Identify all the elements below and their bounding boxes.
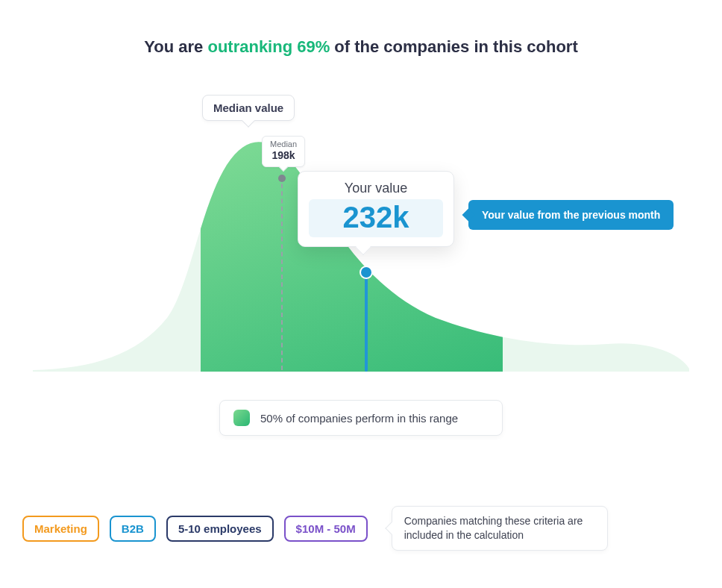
headline-suffix: of the companies in this cohort <box>330 37 577 56</box>
median-line <box>281 176 283 370</box>
median-small-tooltip: Median 198k <box>262 136 305 167</box>
median-value-chip: Median value <box>202 95 295 121</box>
legend-swatch <box>233 410 250 426</box>
criteria-pill-employees[interactable]: 5-10 employees <box>166 516 274 542</box>
distribution-chart: Median value Median 198k Your value 232k… <box>33 79 689 392</box>
criteria-tooltip: Companies matching these criteria are in… <box>392 506 608 551</box>
legend: 50% of companies perform in this range <box>219 400 503 436</box>
headline: You are outranking 69% of the companies … <box>0 0 722 57</box>
your-value-line <box>365 273 368 372</box>
median-small-value: 198k <box>270 149 297 162</box>
criteria-pill-revenue[interactable]: $10M - 50M <box>284 516 368 542</box>
your-value-title: Your value <box>309 181 443 196</box>
previous-month-tooltip: Your value from the previous month <box>468 200 674 230</box>
criteria-pill-marketing[interactable]: Marketing <box>22 516 99 542</box>
your-value-number: 232k <box>309 199 443 237</box>
criteria-row: Marketing B2B 5-10 employees $10M - 50M … <box>22 506 608 551</box>
your-value-dot <box>361 267 371 278</box>
headline-highlight: outranking 69% <box>207 37 330 56</box>
median-dot <box>278 175 286 182</box>
median-small-label: Median <box>270 140 297 148</box>
criteria-pill-b2b[interactable]: B2B <box>110 516 156 542</box>
your-value-card: Your value 232k <box>298 171 454 247</box>
legend-text: 50% of companies perform in this range <box>260 412 458 425</box>
headline-prefix: You are <box>144 37 207 56</box>
